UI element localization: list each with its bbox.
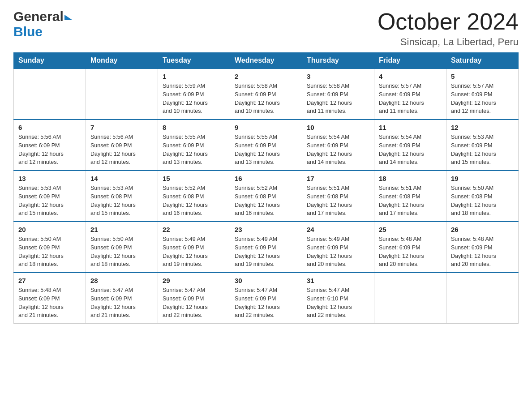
day-number: 7 <box>90 124 153 131</box>
day-info: Sunrise: 5:50 AMSunset: 6:09 PMDaylight:… <box>90 235 153 269</box>
day-number: 8 <box>163 124 225 131</box>
day-info: Sunrise: 5:49 AMSunset: 6:09 PMDaylight:… <box>163 235 225 269</box>
weekday-header-tuesday: Tuesday <box>158 53 230 69</box>
day-info: Sunrise: 5:47 AMSunset: 6:09 PMDaylight:… <box>90 286 153 320</box>
day-number: 25 <box>379 226 442 233</box>
day-info: Sunrise: 5:57 AMSunset: 6:09 PMDaylight:… <box>379 82 442 116</box>
calendar-cell: 14Sunrise: 5:53 AMSunset: 6:08 PMDayligh… <box>86 171 158 222</box>
weekday-header-sunday: Sunday <box>14 53 86 69</box>
day-info: Sunrise: 5:54 AMSunset: 6:09 PMDaylight:… <box>379 133 442 167</box>
calendar-cell: 31Sunrise: 5:47 AMSunset: 6:10 PMDayligh… <box>302 273 374 324</box>
day-number: 21 <box>90 226 153 233</box>
calendar-cell: 29Sunrise: 5:47 AMSunset: 6:09 PMDayligh… <box>158 273 230 324</box>
day-info: Sunrise: 5:54 AMSunset: 6:09 PMDaylight:… <box>307 133 369 167</box>
calendar-cell: 30Sunrise: 5:47 AMSunset: 6:09 PMDayligh… <box>230 273 302 324</box>
week-row-2: 6Sunrise: 5:56 AMSunset: 6:09 PMDaylight… <box>14 120 519 171</box>
day-number: 31 <box>307 277 369 284</box>
day-info: Sunrise: 5:52 AMSunset: 6:08 PMDaylight:… <box>163 184 225 218</box>
week-row-5: 27Sunrise: 5:48 AMSunset: 6:09 PMDayligh… <box>14 273 519 324</box>
day-info: Sunrise: 5:53 AMSunset: 6:09 PMDaylight:… <box>18 184 81 218</box>
calendar-cell: 7Sunrise: 5:56 AMSunset: 6:09 PMDaylight… <box>86 120 158 171</box>
day-number: 23 <box>235 226 297 233</box>
calendar-cell: 8Sunrise: 5:55 AMSunset: 6:09 PMDaylight… <box>158 120 230 171</box>
calendar-cell: 23Sunrise: 5:49 AMSunset: 6:09 PMDayligh… <box>230 222 302 273</box>
day-info: Sunrise: 5:47 AMSunset: 6:10 PMDaylight:… <box>307 286 369 320</box>
logo-blue-text: Blue <box>13 24 43 39</box>
day-info: Sunrise: 5:55 AMSunset: 6:09 PMDaylight:… <box>163 133 225 167</box>
day-number: 20 <box>18 226 81 233</box>
calendar-cell <box>14 68 86 120</box>
calendar-cell: 15Sunrise: 5:52 AMSunset: 6:08 PMDayligh… <box>158 171 230 222</box>
week-row-4: 20Sunrise: 5:50 AMSunset: 6:09 PMDayligh… <box>14 222 519 273</box>
calendar-cell: 18Sunrise: 5:51 AMSunset: 6:08 PMDayligh… <box>374 171 446 222</box>
calendar-cell: 22Sunrise: 5:49 AMSunset: 6:09 PMDayligh… <box>158 222 230 273</box>
day-info: Sunrise: 5:50 AMSunset: 6:08 PMDaylight:… <box>451 184 514 218</box>
day-info: Sunrise: 5:53 AMSunset: 6:09 PMDaylight:… <box>451 133 514 167</box>
day-number: 13 <box>18 175 81 182</box>
weekday-header-wednesday: Wednesday <box>230 53 302 69</box>
day-number: 30 <box>235 277 297 284</box>
day-info: Sunrise: 5:55 AMSunset: 6:09 PMDaylight:… <box>235 133 297 167</box>
calendar-cell: 24Sunrise: 5:49 AMSunset: 6:09 PMDayligh… <box>302 222 374 273</box>
day-info: Sunrise: 5:50 AMSunset: 6:09 PMDaylight:… <box>18 235 81 269</box>
day-info: Sunrise: 5:48 AMSunset: 6:09 PMDaylight:… <box>379 235 442 269</box>
calendar-cell: 5Sunrise: 5:57 AMSunset: 6:09 PMDaylight… <box>446 68 519 120</box>
day-number: 16 <box>235 175 297 182</box>
logo-general-text: General <box>13 9 64 24</box>
calendar-title: October 2024 <box>378 9 519 34</box>
day-number: 15 <box>163 175 225 182</box>
calendar-cell: 2Sunrise: 5:58 AMSunset: 6:09 PMDaylight… <box>230 68 302 120</box>
weekday-header-friday: Friday <box>374 53 446 69</box>
day-info: Sunrise: 5:58 AMSunset: 6:09 PMDaylight:… <box>235 82 297 116</box>
calendar-cell: 26Sunrise: 5:48 AMSunset: 6:09 PMDayligh… <box>446 222 519 273</box>
logo-arrow-icon <box>64 15 73 20</box>
day-number: 14 <box>90 175 153 182</box>
day-number: 24 <box>307 226 369 233</box>
day-info: Sunrise: 5:58 AMSunset: 6:09 PMDaylight:… <box>307 82 369 116</box>
day-info: Sunrise: 5:52 AMSunset: 6:08 PMDaylight:… <box>235 184 297 218</box>
day-info: Sunrise: 5:49 AMSunset: 6:09 PMDaylight:… <box>235 235 297 269</box>
day-number: 4 <box>379 73 442 80</box>
day-number: 28 <box>90 277 153 284</box>
day-number: 22 <box>163 226 225 233</box>
day-number: 1 <box>163 73 225 80</box>
day-number: 19 <box>451 175 514 182</box>
day-info: Sunrise: 5:51 AMSunset: 6:08 PMDaylight:… <box>307 184 369 218</box>
day-info: Sunrise: 5:47 AMSunset: 6:09 PMDaylight:… <box>163 286 225 320</box>
calendar-cell: 19Sunrise: 5:50 AMSunset: 6:08 PMDayligh… <box>446 171 519 222</box>
page-header: General Blue October 2024 Sinsicap, La L… <box>13 9 519 48</box>
calendar-cell: 1Sunrise: 5:59 AMSunset: 6:09 PMDaylight… <box>158 68 230 120</box>
weekday-header-monday: Monday <box>86 53 158 69</box>
day-number: 27 <box>18 277 81 284</box>
day-info: Sunrise: 5:57 AMSunset: 6:09 PMDaylight:… <box>451 82 514 116</box>
weekday-header-row: SundayMondayTuesdayWednesdayThursdayFrid… <box>14 53 519 69</box>
day-info: Sunrise: 5:48 AMSunset: 6:09 PMDaylight:… <box>451 235 514 269</box>
calendar-cell: 3Sunrise: 5:58 AMSunset: 6:09 PMDaylight… <box>302 68 374 120</box>
week-row-3: 13Sunrise: 5:53 AMSunset: 6:09 PMDayligh… <box>14 171 519 222</box>
day-info: Sunrise: 5:49 AMSunset: 6:09 PMDaylight:… <box>307 235 369 269</box>
week-row-1: 1Sunrise: 5:59 AMSunset: 6:09 PMDaylight… <box>14 68 519 120</box>
day-number: 18 <box>379 175 442 182</box>
calendar-cell <box>374 273 446 324</box>
calendar-cell: 27Sunrise: 5:48 AMSunset: 6:09 PMDayligh… <box>14 273 86 324</box>
day-number: 6 <box>18 124 81 131</box>
calendar-table: SundayMondayTuesdayWednesdayThursdayFrid… <box>13 52 519 324</box>
day-number: 9 <box>235 124 297 131</box>
calendar-cell: 9Sunrise: 5:55 AMSunset: 6:09 PMDaylight… <box>230 120 302 171</box>
day-info: Sunrise: 5:47 AMSunset: 6:09 PMDaylight:… <box>235 286 297 320</box>
logo: General Blue <box>13 9 73 39</box>
day-info: Sunrise: 5:56 AMSunset: 6:09 PMDaylight:… <box>90 133 153 167</box>
calendar-cell: 16Sunrise: 5:52 AMSunset: 6:08 PMDayligh… <box>230 171 302 222</box>
calendar-cell: 28Sunrise: 5:47 AMSunset: 6:09 PMDayligh… <box>86 273 158 324</box>
day-info: Sunrise: 5:53 AMSunset: 6:08 PMDaylight:… <box>90 184 153 218</box>
day-info: Sunrise: 5:56 AMSunset: 6:09 PMDaylight:… <box>18 133 81 167</box>
day-number: 29 <box>163 277 225 284</box>
day-number: 5 <box>451 73 514 80</box>
calendar-cell: 21Sunrise: 5:50 AMSunset: 6:09 PMDayligh… <box>86 222 158 273</box>
day-info: Sunrise: 5:59 AMSunset: 6:09 PMDaylight:… <box>163 82 225 116</box>
day-number: 17 <box>307 175 369 182</box>
calendar-cell <box>446 273 519 324</box>
day-info: Sunrise: 5:51 AMSunset: 6:08 PMDaylight:… <box>379 184 442 218</box>
calendar-cell: 10Sunrise: 5:54 AMSunset: 6:09 PMDayligh… <box>302 120 374 171</box>
day-number: 2 <box>235 73 297 80</box>
